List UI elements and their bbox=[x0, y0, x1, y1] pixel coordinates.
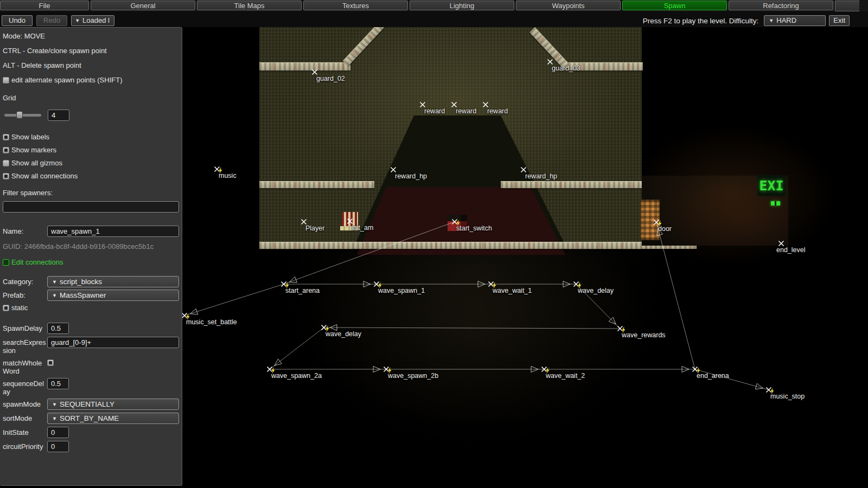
spawn-node-reward_b[interactable] bbox=[452, 102, 457, 107]
spawn-node-label-player: Player bbox=[305, 224, 324, 232]
spawn-node-label-wave_rewards: wave_rewards bbox=[622, 331, 666, 339]
spawn-node-guard_02[interactable] bbox=[312, 70, 317, 75]
checkbox-show-all-gizmos[interactable] bbox=[3, 160, 9, 166]
edit-alternate-spawn-checkbox[interactable] bbox=[3, 77, 9, 84]
connection-end_arena-to-door bbox=[656, 222, 695, 369]
sequenceDelay-input[interactable] bbox=[47, 378, 69, 389]
spawn-node-label-start_switch: start_switch bbox=[456, 224, 492, 232]
connection-start_arena-to-music_set_battle bbox=[184, 284, 284, 316]
grid-size-slider[interactable] bbox=[4, 114, 41, 117]
checkbox-show-all-connections[interactable] bbox=[3, 173, 9, 179]
grid-label: Grid bbox=[3, 94, 179, 102]
spawn-node-label-init_am: init_am bbox=[352, 224, 373, 232]
tab-refactoring[interactable]: Refactoring bbox=[729, 1, 833, 10]
difficulty-dropdown[interactable]: ▼HARD bbox=[764, 15, 826, 26]
tab-general[interactable]: General bbox=[91, 1, 195, 10]
spawn-node-init_am[interactable] bbox=[348, 219, 353, 224]
name-input[interactable] bbox=[47, 226, 179, 237]
matchWholeWord-checkbox[interactable] bbox=[47, 359, 54, 366]
circuitPriority-label: circuitPriority bbox=[3, 441, 47, 451]
spawn-node-end_level[interactable] bbox=[779, 241, 784, 246]
checkbox-show-markers[interactable] bbox=[3, 147, 9, 153]
grid-slider-handle[interactable] bbox=[16, 111, 23, 119]
spawn-marker-x-icon[interactable] bbox=[548, 60, 553, 65]
spawn-marker-x-icon[interactable] bbox=[391, 168, 396, 172]
spawn-marker-x-icon[interactable] bbox=[654, 220, 659, 225]
InitState-input[interactable] bbox=[47, 427, 69, 438]
searchExpression-input[interactable] bbox=[47, 337, 179, 348]
edit-connections-label: Edit connections bbox=[11, 258, 63, 266]
category-dropdown[interactable]: ▼script_blocks bbox=[47, 276, 179, 287]
spawn-node-label-music_stop: music_stop bbox=[770, 393, 805, 400]
SpawnDelay-input[interactable] bbox=[47, 323, 69, 334]
tab-spawn[interactable]: Spawn bbox=[622, 1, 727, 10]
checkbox-show-labels[interactable] bbox=[3, 134, 9, 140]
spawnMode-dropdown[interactable]: ▼SEQUENTIALLY bbox=[47, 399, 179, 410]
spawn-node-label-guard_03: guard_03 bbox=[552, 65, 580, 72]
difficulty-value: HARD bbox=[776, 16, 796, 24]
chevron-down-icon: ▼ bbox=[769, 18, 774, 23]
spawn-node-label-wave_wait_1: wave_wait_1 bbox=[493, 287, 532, 294]
sortMode-value: SORT_BY_NAME bbox=[60, 414, 119, 422]
spawn-node-label-music: music bbox=[219, 172, 237, 179]
static-label: static bbox=[11, 304, 28, 312]
spawn-node-reward_hp_b[interactable] bbox=[521, 168, 526, 172]
hint-ctrl: CTRL - Create/clone spawn point bbox=[3, 47, 179, 55]
spawn-node-label-wave_delay_1: wave_delay bbox=[578, 287, 614, 294]
tab-lighting[interactable]: Lighting bbox=[410, 1, 514, 10]
spawn-marker-x-icon[interactable] bbox=[521, 168, 526, 172]
spawn-node-label-door: door bbox=[658, 225, 672, 233]
tab-tile-maps[interactable]: Tile Maps bbox=[197, 1, 302, 10]
spawnMode-value: SEQUENTIALLY bbox=[60, 400, 114, 408]
spawn-node-player[interactable] bbox=[302, 220, 307, 224]
spawn-marker-x-icon[interactable] bbox=[779, 241, 784, 246]
spawn-marker-x-icon[interactable] bbox=[215, 167, 220, 172]
spawn-node-guard_03[interactable] bbox=[548, 60, 553, 65]
spawnMode-label: spawnMode bbox=[3, 399, 47, 408]
undo-button[interactable]: Undo bbox=[2, 15, 33, 26]
connection-arrowhead bbox=[190, 309, 197, 314]
guid-text: GUID: 2466fbda-bc8f-4ddd-b916-0089bcec5b… bbox=[3, 242, 179, 251]
spawn-marker-x-icon[interactable] bbox=[767, 388, 771, 393]
grid-size-input[interactable] bbox=[48, 110, 69, 121]
chevron-down-icon: ▼ bbox=[52, 293, 57, 298]
spawn-node-label-reward_hp_a: reward_hp bbox=[395, 172, 427, 180]
spawn-marker-x-icon[interactable] bbox=[312, 70, 317, 75]
main-menu-bar: FileGeneralTile MapsTexturesLightingWayp… bbox=[0, 0, 868, 11]
spawn-node-label-reward_a: reward bbox=[424, 107, 445, 115]
category-label: Category: bbox=[3, 276, 47, 286]
spawn-node-label-reward_c: reward bbox=[487, 107, 508, 115]
edit-connections-checkbox[interactable] bbox=[3, 259, 9, 266]
spawn-marker-x-icon[interactable] bbox=[182, 313, 187, 318]
prefab-dropdown[interactable]: ▼MassSpawner bbox=[47, 290, 179, 301]
tab-file[interactable]: File bbox=[0, 1, 89, 10]
spawn-node-label-wave_spawn_2a: wave_spawn_2a bbox=[271, 372, 322, 380]
edit-alternate-spawn-label: edit alternate spawn points (SHIFT) bbox=[11, 76, 122, 84]
static-checkbox[interactable] bbox=[3, 305, 9, 311]
filter-spawners-input[interactable] bbox=[3, 201, 179, 213]
spawn-node-reward_c[interactable] bbox=[483, 102, 488, 107]
exit-button[interactable]: Exit bbox=[829, 15, 850, 26]
spawn-node-reward_a[interactable] bbox=[420, 102, 425, 107]
loaded-levels-dropdown[interactable]: ▼Loaded l bbox=[71, 15, 114, 26]
spawn-marker-x-icon[interactable] bbox=[452, 220, 457, 224]
spawn-node-reward_hp_a[interactable] bbox=[391, 168, 396, 172]
tab-partial-stub[interactable] bbox=[835, 1, 859, 11]
tab-textures[interactable]: Textures bbox=[303, 1, 408, 10]
spawn-marker-x-icon[interactable] bbox=[302, 220, 307, 224]
spawn-node-label-wave_spawn_2b: wave_spawn_2b bbox=[388, 372, 438, 380]
circuitPriority-input[interactable] bbox=[47, 441, 69, 452]
spawn-node-label-reward_hp_b: reward_hp bbox=[525, 172, 557, 180]
spawn-marker-x-icon[interactable] bbox=[420, 102, 425, 107]
sortMode-dropdown[interactable]: ▼SORT_BY_NAME bbox=[47, 413, 179, 424]
spawn-marker-x-icon[interactable] bbox=[452, 102, 457, 107]
name-label: Name: bbox=[3, 226, 47, 235]
spawn-node-label-end_arena: end_arena bbox=[697, 372, 729, 380]
tab-waypoints[interactable]: Waypoints bbox=[516, 1, 621, 10]
spawn-marker-x-icon[interactable] bbox=[348, 219, 353, 224]
chevron-down-icon: ▼ bbox=[52, 402, 57, 407]
spawn-node-label-wave_wait_2: wave_wait_2 bbox=[546, 372, 585, 380]
redo-button[interactable]: Redo bbox=[36, 15, 67, 26]
spawn-marker-x-icon[interactable] bbox=[483, 102, 488, 107]
spawn-node-label-reward_b: reward bbox=[456, 107, 476, 115]
